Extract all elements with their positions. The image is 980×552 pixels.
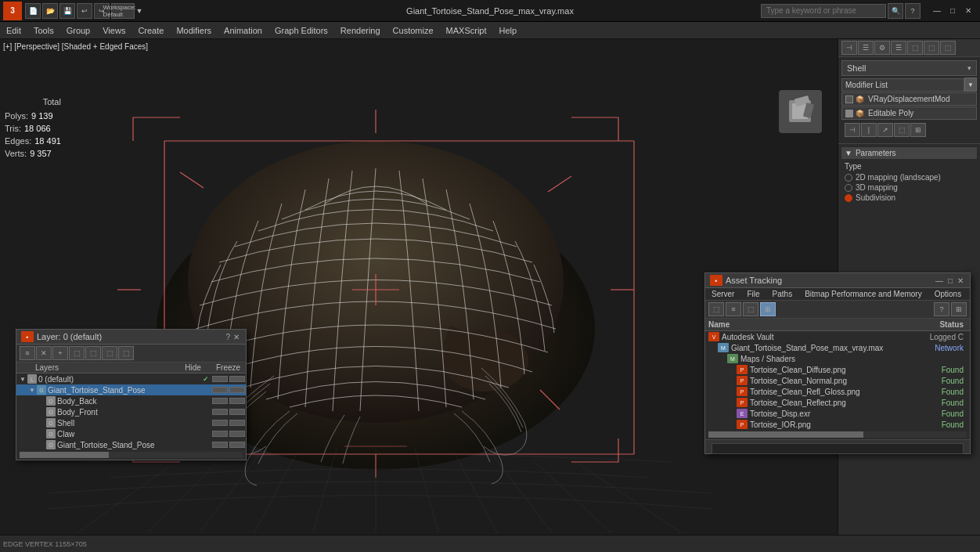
modifier-list-arrow[interactable]: ▼ <box>964 78 977 92</box>
asset-tool-2[interactable]: ≡ <box>726 302 741 316</box>
asset-row-max-file[interactable]: M Giant_Tortoise_Stand_Pose_max_vray.max… <box>705 342 970 353</box>
radio-subdivision-dot[interactable] <box>845 194 852 202</box>
modifier-editable-poly[interactable]: 📦 Editable Poly <box>841 106 977 120</box>
menu-modifiers[interactable]: Modifiers <box>170 22 218 38</box>
layer-tool-4[interactable]: ⬚ <box>85 346 101 360</box>
asset-row-normal[interactable]: P Tortoise_Clean_Normal.png Found <box>705 375 970 386</box>
menu-views[interactable]: Views <box>96 22 132 38</box>
right-tool-7[interactable]: ⬚ <box>940 41 956 55</box>
right-tool-3[interactable]: ⚙ <box>874 41 890 55</box>
open-file-btn[interactable]: 📂 <box>42 3 58 19</box>
asset-row-diffuse[interactable]: P Tortoise_Clean_Diffuse.png Found <box>705 364 970 375</box>
layer-row-tortoise-group[interactable]: ▼ G Giant_Tortoise_Stand_Pose <box>16 384 246 395</box>
asset-row-maps[interactable]: M Maps / Shaders <box>705 353 970 364</box>
mod-tool-4[interactable]: ⬚ <box>894 123 910 137</box>
asset-scrollbar-thumb[interactable] <box>708 431 863 438</box>
layer-help-btn[interactable]: ? <box>224 333 232 341</box>
help-btn[interactable]: ? <box>905 3 921 19</box>
layer-close-btn[interactable]: ✕ <box>232 333 241 341</box>
radio-2d-dot[interactable] <box>845 174 852 182</box>
modifier-vray-checkbox[interactable] <box>845 96 853 103</box>
modifier-poly-checkbox[interactable] <box>845 110 853 117</box>
radio-3d[interactable]: 3D mapping <box>845 183 974 192</box>
asset-tool-3[interactable]: ⬚ <box>743 302 758 316</box>
maximize-btn[interactable]: □ <box>946 4 960 18</box>
modifier-list-label[interactable]: Modifier List <box>841 78 964 92</box>
radio-3d-dot[interactable] <box>845 184 852 192</box>
layer-tool-5[interactable]: ⬚ <box>102 346 117 360</box>
layer-row-claw[interactable]: O Claw <box>16 428 246 439</box>
asset-tool-more[interactable]: ⊞ <box>951 302 967 316</box>
layer-tool-3[interactable]: ⬚ <box>69 346 85 360</box>
menu-animation[interactable]: Animation <box>218 22 268 38</box>
asset-path-input[interactable] <box>712 443 964 454</box>
asset-tool-help[interactable]: ? <box>934 302 949 316</box>
asset-row-reflect[interactable]: P Tortoise_Clean_Reflect.png Found <box>705 397 970 408</box>
radio-2d[interactable]: 2D mapping (landscape) <box>845 173 974 182</box>
menu-customize[interactable]: Customize <box>387 22 440 38</box>
menu-maxscript[interactable]: MAXScript <box>440 22 493 38</box>
minimize-btn[interactable]: — <box>930 4 944 18</box>
layer-scrollbar[interactable] <box>20 452 243 458</box>
mod-tool-5[interactable]: ⊞ <box>910 123 926 137</box>
mod-tool-1[interactable]: ⊣ <box>845 123 860 137</box>
layer-tool-del[interactable]: ✕ <box>36 346 52 360</box>
save-file-btn[interactable]: 💾 <box>59 3 75 19</box>
asset-max-btn[interactable]: □ <box>946 276 954 285</box>
asset-col-status: Status <box>904 320 967 329</box>
asset-row-vault[interactable]: V Autodesk Vault Logged C <box>705 331 970 342</box>
close-btn[interactable]: ✕ <box>961 4 975 18</box>
mod-tool-3[interactable]: ↗ <box>877 123 893 137</box>
asset-close-btn[interactable]: ✕ <box>956 276 965 285</box>
asset-titlebar: ▪ Asset Tracking — □ ✕ <box>705 273 970 288</box>
menu-help[interactable]: Help <box>493 22 524 38</box>
layer-row-tortoise-obj[interactable]: O Giant_Tortoise_Stand_Pose <box>16 439 246 450</box>
asset-menu-file[interactable]: File <box>740 288 766 300</box>
expand-icon-0[interactable]: ▼ <box>20 376 27 383</box>
asset-tool-4[interactable]: ⊞ <box>760 302 776 316</box>
asset-menu-server[interactable]: Server <box>705 288 740 300</box>
modifier-list-row[interactable]: Modifier List ▼ <box>841 78 977 92</box>
right-tool-4[interactable]: ☰ <box>891 41 906 55</box>
expand-icon-1[interactable]: ▼ <box>29 387 37 394</box>
menu-group[interactable]: Group <box>60 22 97 38</box>
asset-tool-1[interactable]: ⬚ <box>708 302 724 316</box>
right-tool-6[interactable]: ⬚ <box>924 41 939 55</box>
modifier-vray[interactable]: 📦 VRayDisplacementMod <box>841 92 977 106</box>
asset-row-ior[interactable]: P Tortoise_IOR.png Found <box>705 419 970 430</box>
asset-menu-options[interactable]: Options <box>928 288 967 300</box>
layer-row-body-front[interactable]: O Body_Front <box>16 406 246 417</box>
mod-tool-2[interactable]: | <box>861 123 877 137</box>
params-header[interactable]: ▼ Parameters <box>841 147 977 159</box>
asset-row-disp[interactable]: E Tortoise_Disp.exr Found <box>705 408 970 419</box>
menu-create[interactable]: Create <box>132 22 170 38</box>
layer-tool-6[interactable]: ⬚ <box>118 346 134 360</box>
asset-toolbar: ⬚ ≡ ⬚ ⊞ ? ⊞ <box>705 301 970 319</box>
layer-row-shell[interactable]: O Shell <box>16 417 246 428</box>
svg-line-23 <box>579 464 681 532</box>
menu-rendering[interactable]: Rendering <box>334 22 387 38</box>
workspace-dropdown[interactable]: Workspace: Default▼ <box>111 3 135 19</box>
layer-scrollbar-thumb[interactable] <box>20 452 109 458</box>
menu-tools[interactable]: Tools <box>27 22 60 38</box>
asset-row-refl-gloss[interactable]: P Tortoise_Clean_Refl_Gloss.png Found <box>705 386 970 397</box>
radio-subdivision[interactable]: Subdivision <box>845 193 974 202</box>
right-tool-1[interactable]: ⊣ <box>841 41 857 55</box>
layer-tool-add[interactable]: + <box>52 346 68 360</box>
layer-tool-menu[interactable]: ≡ <box>20 346 35 360</box>
menu-graph-editors[interactable]: Graph Editors <box>268 22 334 38</box>
search-btn[interactable]: 🔍 <box>888 3 903 19</box>
asset-menu-paths[interactable]: Paths <box>766 288 799 300</box>
viewport-3d-icon[interactable] <box>775 86 830 141</box>
right-tool-5[interactable]: ⬚ <box>907 41 923 55</box>
asset-scrollbar[interactable] <box>708 431 967 438</box>
asset-menu-bitmap[interactable]: Bitmap Performance and Memory <box>798 288 928 300</box>
undo-btn[interactable]: ↩ <box>77 3 92 19</box>
search-input[interactable] <box>761 4 886 18</box>
menu-edit[interactable]: Edit <box>0 22 27 38</box>
right-tool-2[interactable]: ☰ <box>858 41 874 55</box>
layer-row-default[interactable]: ▼ L 0 (default) ✓ <box>16 373 246 384</box>
asset-min-btn[interactable]: — <box>934 276 945 285</box>
new-file-btn[interactable]: 📄 <box>25 3 41 19</box>
layer-row-body-back[interactable]: O Body_Back <box>16 395 246 406</box>
